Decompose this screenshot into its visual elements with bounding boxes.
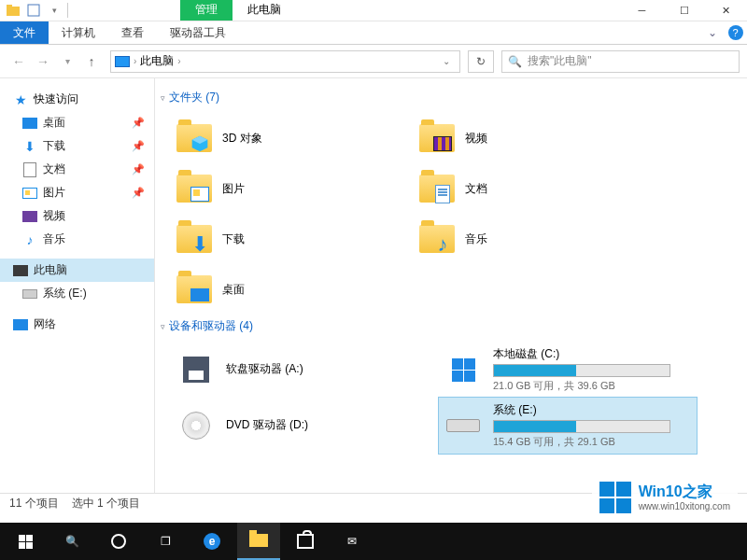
pc-icon	[13, 265, 28, 276]
nav-row: ← → ▾ ↑ › 此电脑 › ⌄ ↻ 🔍 搜索"此电脑"	[0, 45, 747, 78]
address-bar[interactable]: › 此电脑 › ⌄	[110, 50, 460, 73]
download-icon: ⬇	[190, 235, 209, 254]
floppy-icon	[183, 357, 209, 383]
collapse-icon: ▿	[161, 93, 165, 103]
up-button[interactable]: ↑	[80, 50, 103, 73]
usage-bar-e	[493, 420, 670, 433]
folder-music[interactable]: ♪音乐	[415, 214, 648, 264]
taskbar-search[interactable]: 🔍	[50, 523, 93, 560]
body: ★快速访问 桌面📌 ⬇下载📌 文档📌 图片📌 视频 ♪音乐 此电脑 系统 (E:…	[0, 78, 747, 493]
folder-3d-objects[interactable]: 3D 对象	[172, 113, 405, 163]
sidebar-item-pictures[interactable]: 图片📌	[0, 181, 154, 204]
taskbar-mail[interactable]: ✉	[331, 523, 374, 560]
usage-bar-c	[493, 364, 670, 377]
breadcrumb-this-pc[interactable]: 此电脑	[140, 53, 174, 69]
drives-grid: 软盘驱动器 (A:) 本地磁盘 (C:) 21.0 GB 可用，共 39.6 G…	[172, 342, 736, 454]
ribbon-collapse-icon[interactable]: ⌄	[700, 21, 724, 44]
folder-pictures[interactable]: 图片	[172, 163, 405, 214]
tab-view[interactable]: 查看	[108, 21, 157, 44]
store-icon	[297, 534, 314, 549]
qat-dropdown-icon[interactable]: ▾	[47, 3, 62, 18]
sidebar-item-desktop[interactable]: 桌面📌	[0, 111, 154, 134]
taskbar-edge[interactable]: e	[190, 523, 233, 560]
ribbon-tabs: 文件 计算机 查看 驱动器工具 ⌄ ?	[0, 21, 747, 45]
drive-local-c[interactable]: 本地磁盘 (C:) 21.0 GB 可用，共 39.6 GB	[439, 342, 697, 398]
folder-videos[interactable]: 视频	[415, 113, 648, 163]
sidebar-item-downloads[interactable]: ⬇下载📌	[0, 134, 154, 158]
chevron-right-icon[interactable]: ›	[177, 56, 180, 66]
help-button[interactable]: ?	[724, 21, 747, 44]
minimize-button[interactable]: ─	[621, 0, 663, 21]
start-button[interactable]	[4, 523, 47, 560]
windows-icon	[19, 535, 33, 549]
folder-downloads[interactable]: ⬇下载	[172, 214, 405, 264]
pc-icon	[115, 56, 130, 67]
drive-floppy-a[interactable]: 软盘驱动器 (A:)	[172, 342, 430, 398]
sidebar-quick-access[interactable]: ★快速访问	[0, 88, 154, 111]
help-icon: ?	[728, 25, 743, 40]
tab-computer[interactable]: 计算机	[49, 21, 108, 44]
tab-file[interactable]: 文件	[0, 21, 49, 44]
pin-icon: 📌	[132, 117, 145, 129]
windows-logo-icon	[599, 482, 631, 513]
status-selected-count: 选中 1 个项目	[72, 496, 140, 511]
pin-icon: 📌	[132, 187, 145, 199]
desktop-icon	[22, 118, 37, 129]
svg-rect-1	[7, 5, 12, 7]
dvd-icon	[182, 412, 210, 440]
folder-icon	[249, 534, 268, 547]
quick-access-toolbar: ▾	[0, 3, 68, 18]
title-bar: ▾ 管理 此电脑 ─ ☐ ✕	[0, 0, 747, 21]
context-tab-manage[interactable]: 管理	[180, 0, 233, 21]
music-icon: ♪	[22, 232, 37, 247]
document-icon	[23, 162, 36, 177]
search-box[interactable]: 🔍 搜索"此电脑"	[501, 50, 740, 73]
drive-dvd-d[interactable]: DVD 驱动器 (D:)	[172, 398, 430, 454]
drive-icon	[22, 289, 37, 299]
folder-documents[interactable]: 文档	[415, 163, 648, 214]
mail-icon: ✉	[347, 535, 357, 548]
taskbar-store[interactable]	[284, 523, 327, 560]
back-button[interactable]: ←	[7, 50, 30, 73]
tab-drive-tools[interactable]: 驱动器工具	[157, 21, 239, 44]
sidebar-item-videos[interactable]: 视频	[0, 204, 154, 228]
search-icon: 🔍	[508, 55, 522, 68]
sidebar-item-system-e[interactable]: 系统 (E:)	[0, 282, 154, 305]
window-title: 此电脑	[233, 0, 296, 21]
nav-buttons: ← → ▾ ↑	[7, 50, 103, 73]
sidebar-item-documents[interactable]: 文档📌	[0, 158, 154, 181]
sidebar: ★快速访问 桌面📌 ⬇下载📌 文档📌 图片📌 视频 ♪音乐 此电脑 系统 (E:…	[0, 78, 155, 493]
pin-icon: 📌	[132, 163, 145, 175]
search-placeholder: 搜索"此电脑"	[528, 53, 592, 69]
desktop-icon	[190, 286, 209, 304]
content-area: ▿文件夹 (7) 3D 对象 视频 图片 文档 ⬇下载 ♪音乐 桌面 ▿设备和驱…	[155, 78, 747, 493]
sidebar-item-music[interactable]: ♪音乐	[0, 228, 154, 251]
taskbar-taskview[interactable]: ❐	[144, 523, 187, 560]
breadcrumb[interactable]: › 此电脑 ›	[115, 53, 181, 69]
group-header-devices[interactable]: ▿设备和驱动器 (4)	[161, 318, 736, 334]
history-dropdown[interactable]: ▾	[56, 50, 78, 73]
taskbar-cortana[interactable]	[97, 523, 140, 560]
sidebar-item-network[interactable]: 网络	[0, 313, 154, 336]
drive-system-e[interactable]: 系统 (E:) 15.4 GB 可用，共 29.1 GB	[439, 398, 697, 454]
close-button[interactable]: ✕	[705, 0, 747, 21]
sidebar-item-this-pc[interactable]: 此电脑	[0, 259, 154, 282]
network-icon	[13, 319, 28, 330]
watermark: Win10之家www.win10xitong.com	[592, 478, 738, 517]
edge-icon: e	[204, 533, 220, 550]
refresh-button[interactable]: ↻	[468, 50, 494, 73]
group-header-folders[interactable]: ▿文件夹 (7)	[161, 90, 736, 105]
forward-button[interactable]: →	[32, 50, 54, 73]
address-dropdown-icon[interactable]: ⌄	[437, 56, 456, 66]
video-icon	[22, 211, 37, 222]
music-icon: ♪	[433, 235, 452, 254]
drive-icon	[446, 419, 480, 432]
svg-rect-2	[28, 5, 39, 16]
search-icon: 🔍	[65, 535, 79, 548]
maximize-button[interactable]: ☐	[663, 0, 705, 21]
qat-icon[interactable]	[26, 3, 41, 18]
status-item-count: 11 个项目	[9, 496, 59, 511]
taskbar-explorer[interactable]	[237, 523, 280, 560]
folder-desktop[interactable]: 桌面	[172, 264, 405, 315]
picture-icon	[22, 188, 37, 199]
